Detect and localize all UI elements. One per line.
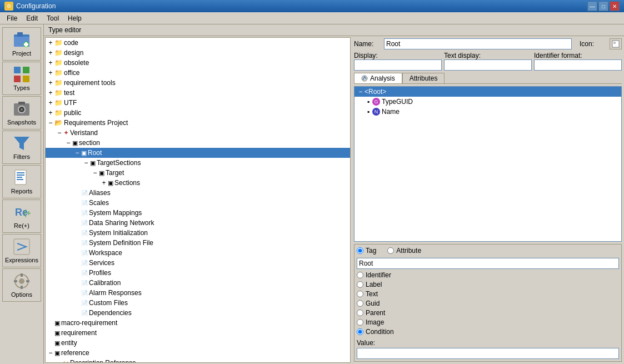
target-icon: ▣ — [99, 169, 104, 177]
tree-item-aliases[interactable]: + 📄 Aliases — [46, 188, 350, 198]
tree-item-sys-def[interactable]: + 📄 System Definition File — [46, 238, 350, 248]
tree-item-section[interactable]: − ▣ section — [46, 138, 350, 148]
id-format-input[interactable] — [534, 59, 622, 71]
analysis-item-name[interactable]: ▪ N Name — [355, 107, 621, 117]
radio-label[interactable]: Label — [357, 281, 619, 288]
tree-item-system-mappings[interactable]: + 📄 System Mappings — [46, 208, 350, 218]
tree-item-scales[interactable]: + 📄 Scales — [46, 198, 350, 208]
svg-rect-20 — [17, 179, 23, 180]
sidebar-item-filters[interactable]: Filters — [2, 131, 41, 164]
analysis-item-root[interactable]: − <Root> — [355, 87, 621, 97]
radio-guid[interactable]: Guid — [357, 300, 619, 307]
sidebar-label-snapshots: Snapshots — [7, 119, 36, 126]
tree-item-target[interactable]: − ▣ Target — [46, 168, 350, 178]
tree-item-custom-files[interactable]: + 📄 Custom Files — [46, 298, 350, 308]
id-format-label: Identifier format: — [534, 52, 622, 59]
app-icon: ⚙ — [4, 2, 13, 11]
tree-item-desc-reference[interactable]: + ↪ Description Reference — [46, 358, 350, 363]
tag-value-input[interactable] — [357, 258, 619, 269]
maximize-button[interactable]: □ — [598, 1, 608, 11]
analysis-item-type-guid[interactable]: ▪ G TypeGUID — [355, 97, 621, 107]
radio-text[interactable]: Text — [357, 290, 619, 298]
radio-condition-input[interactable] — [357, 328, 363, 335]
options-header: Tag Attribute — [357, 247, 619, 255]
radio-identifier-input[interactable] — [357, 272, 363, 278]
sidebar-label-re: Re(+) — [14, 222, 29, 229]
radio-parent[interactable]: Parent — [357, 309, 619, 317]
name-input[interactable] — [384, 38, 572, 49]
tree-item-root[interactable]: − ▣ Root — [46, 148, 350, 158]
window-controls[interactable]: — □ ✕ — [587, 1, 620, 11]
value-label: Value: — [357, 339, 619, 347]
radio-text-input[interactable] — [357, 291, 363, 297]
tree-item-data-sharing[interactable]: + 📄 Data Sharing Network — [46, 218, 350, 228]
entity-icon: ▣ — [54, 340, 60, 347]
icon-button[interactable] — [610, 38, 622, 49]
text-display-col: Text display: — [444, 52, 532, 71]
radio-image-input[interactable] — [357, 319, 363, 326]
reports-icon — [13, 169, 31, 187]
radio-parent-input[interactable] — [357, 310, 363, 316]
svg-marker-15 — [14, 137, 29, 150]
tree-item-obsolete[interactable]: + 📁 obsolete — [46, 58, 350, 68]
tree-item-public[interactable]: + 📁 public — [46, 108, 350, 118]
tree-item-calibration[interactable]: + 📄 Calibration — [46, 278, 350, 288]
sidebar-item-types[interactable]: Types — [2, 62, 41, 95]
tree-item-entity[interactable]: + ▣ entity — [46, 338, 350, 348]
svg-rect-6 — [14, 67, 21, 73]
tree-item-profiles[interactable]: + 📄 Profiles — [46, 268, 350, 278]
sidebar-item-re[interactable]: Re (+) Re(+) — [2, 200, 41, 233]
display-input[interactable] — [354, 59, 442, 71]
analysis-tree[interactable]: − <Root> ▪ G TypeGUID ▪ N — [354, 86, 622, 242]
menu-help[interactable]: Help — [63, 13, 86, 23]
radio-tag-input[interactable] — [357, 247, 363, 254]
tree-item-workspace[interactable]: + 📄 Workspace — [46, 248, 350, 258]
value-input[interactable] — [357, 348, 619, 359]
tree-item-test[interactable]: + 📁 test — [46, 88, 350, 98]
tree-item-alarm-responses[interactable]: + 📄 Alarm Responses — [46, 288, 350, 298]
type-editor-header: Type editor — [44, 24, 624, 36]
radio-tag[interactable]: Tag — [357, 247, 376, 255]
tree-item-utf[interactable]: + 📁 UTF — [46, 98, 350, 108]
macro-req-icon: ▣ — [54, 320, 60, 327]
radio-attribute[interactable]: Attribute — [387, 247, 421, 255]
tree-item-services[interactable]: + 📄 Services — [46, 258, 350, 268]
radio-attribute-input[interactable] — [387, 247, 394, 254]
close-button[interactable]: ✕ — [610, 1, 620, 11]
radio-image[interactable]: Image — [357, 318, 619, 326]
sidebar-item-expressions[interactable]: Expressions — [2, 234, 41, 267]
tree-item-macro-requirement[interactable]: + ▣ macro-requirement — [46, 318, 350, 328]
sidebar-item-project[interactable]: Project — [2, 27, 41, 61]
tab-attributes[interactable]: Attributes — [402, 73, 445, 83]
main-container: Project Types — [0, 24, 624, 364]
tree-item-office[interactable]: + 📁 office — [46, 68, 350, 78]
types-icon — [13, 66, 31, 83]
tree-item-req-project[interactable]: − 📂 Requirements Project — [46, 118, 350, 128]
sidebar-item-reports[interactable]: Reports — [2, 165, 41, 198]
tree-item-design[interactable]: + 📁 design — [46, 48, 350, 58]
tree-item-dependencies[interactable]: + 📄 Dependencies — [46, 308, 350, 318]
tree-item-req-tools[interactable]: + 📁 requirement tools — [46, 78, 350, 88]
radio-label-input[interactable] — [357, 281, 363, 288]
menu-file[interactable]: File — [2, 13, 22, 23]
tree-item-requirement[interactable]: + ▣ requirement — [46, 328, 350, 338]
tree-item-veristand[interactable]: − ✦ Veristand — [46, 128, 350, 138]
tab-analysis[interactable]: Analysis — [354, 73, 402, 83]
sidebar-item-snapshots[interactable]: Snapshots — [2, 96, 41, 129]
tree-item-code[interactable]: + 📁 code — [46, 38, 350, 48]
tree-item-sections[interactable]: + ▣ Sections — [46, 178, 350, 188]
tree-item-target-sections[interactable]: − ▣ TargetSections — [46, 158, 350, 168]
radio-condition[interactable]: Condition — [357, 328, 619, 336]
minimize-button[interactable]: — — [587, 1, 597, 11]
menu-edit[interactable]: Edit — [22, 13, 42, 23]
tree-item-sys-init[interactable]: + 📄 System Initialization — [46, 228, 350, 238]
text-display-label: Text display: — [444, 52, 532, 59]
sidebar-item-options[interactable]: Options — [2, 268, 41, 302]
radio-identifier[interactable]: Identifier — [357, 271, 619, 279]
text-display-input[interactable] — [444, 59, 532, 71]
menu-tool[interactable]: Tool — [42, 13, 63, 23]
radio-guid-input[interactable] — [357, 300, 363, 307]
menu-bar: File Edit Tool Help — [0, 12, 624, 24]
tree-item-reference[interactable]: − ▣ reference — [46, 348, 350, 358]
tree-panel[interactable]: + 📁 code + 📁 design + 📁 obsolete + 📁 — [45, 37, 351, 363]
